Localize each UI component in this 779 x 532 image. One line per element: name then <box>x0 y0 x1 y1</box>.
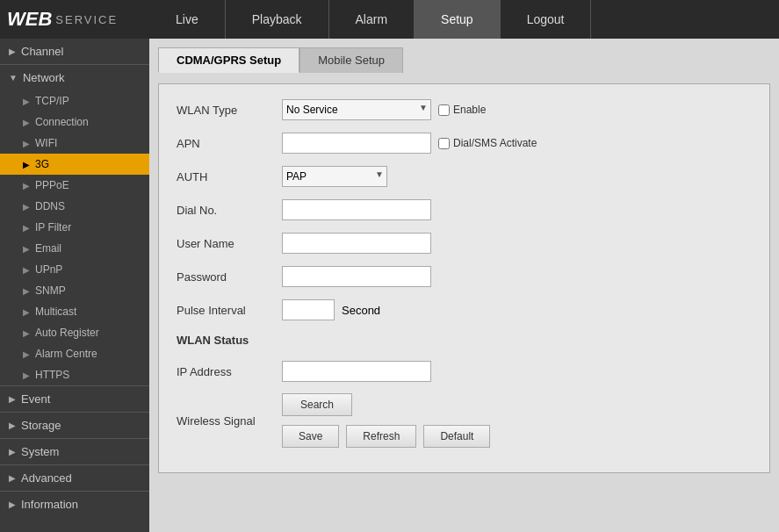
auth-select-wrapper: PAP CHAP None <box>282 166 387 187</box>
chevron-right-icon: ▶ <box>9 421 16 430</box>
arrow-icon: ▶ <box>23 244 30 254</box>
tab-live[interactable]: Live <box>149 0 226 39</box>
password-control <box>282 266 431 287</box>
dial-sms-checkbox[interactable] <box>438 138 450 149</box>
sidebar-label-event: Event <box>21 392 50 406</box>
sidebar-item-tcpip[interactable]: ▶ TCP/IP <box>0 90 149 111</box>
wlan-type-control: No Service CDMA GPRS WCDMA TD-SCDMA EVDO… <box>282 99 486 120</box>
password-label: Password <box>177 270 282 284</box>
default-button[interactable]: Default <box>423 425 490 448</box>
settings-panel: WLAN Type No Service CDMA GPRS WCDMA TD-… <box>158 83 770 473</box>
username-input[interactable] <box>282 233 431 254</box>
sidebar-item-network[interactable]: ▼ Network <box>0 65 149 90</box>
sidebar-label-wifi: WIFI <box>35 137 57 149</box>
apn-control: Dial/SMS Activate <box>282 133 537 154</box>
password-input[interactable] <box>282 266 431 287</box>
subtab-cdma-gprs[interactable]: CDMA/GPRS Setup <box>158 47 299 73</box>
form-row-apn: APN Dial/SMS Activate <box>177 132 752 155</box>
sidebar-item-pppoe[interactable]: ▶ PPPoE <box>0 175 149 196</box>
form-row-ip-address: IP Address <box>177 360 752 383</box>
sidebar-label-information: Information <box>21 498 78 511</box>
arrow-icon: ▶ <box>23 286 30 296</box>
sidebar-item-3g[interactable]: ▶ 3G <box>0 154 149 175</box>
dial-sms-label-text: Dial/SMS Activate <box>453 137 537 149</box>
enable-checkbox[interactable] <box>438 104 450 116</box>
second-label: Second <box>342 304 380 317</box>
sidebar-label-pppoe: PPPoE <box>35 179 69 191</box>
tab-alarm[interactable]: Alarm <box>329 0 415 39</box>
chevron-right-icon: ▶ <box>9 394 16 404</box>
dial-no-label: Dial No. <box>177 204 282 217</box>
dial-no-control <box>282 199 431 220</box>
auth-control: PAP CHAP None <box>282 166 387 187</box>
sidebar-item-system[interactable]: ▶ System <box>0 439 149 464</box>
sidebar-item-autoregister[interactable]: ▶ Auto Register <box>0 322 149 343</box>
arrow-icon: ▶ <box>23 370 30 380</box>
sidebar-label-advanced: Advanced <box>21 471 72 485</box>
form-row-auth: AUTH PAP CHAP None <box>177 165 752 188</box>
search-button[interactable]: Search <box>282 393 352 416</box>
tab-playback[interactable]: Playback <box>226 0 329 39</box>
ip-address-label: IP Address <box>177 365 282 378</box>
sidebar-label-email: Email <box>35 242 61 255</box>
sidebar-item-event[interactable]: ▶ Event <box>0 386 149 412</box>
subtabs-bar: CDMA/GPRS Setup Mobile Setup <box>158 47 770 73</box>
enable-checkbox-label: Enable <box>438 104 486 116</box>
arrow-icon: ▶ <box>23 202 30 212</box>
arrow-icon: ▶ <box>23 118 30 127</box>
main-layout: ▶ Channel ▼ Network ▶ TCP/IP ▶ Connectio… <box>0 39 779 532</box>
pulse-interval-input[interactable] <box>282 299 335 320</box>
sidebar-item-snmp[interactable]: ▶ SNMP <box>0 280 149 301</box>
wlan-type-label: WLAN Type <box>177 104 282 117</box>
form-row-password: Password <box>177 265 752 288</box>
chevron-down-icon: ▼ <box>9 73 18 83</box>
save-button[interactable]: Save <box>282 425 339 448</box>
sidebar-item-information[interactable]: ▶ Information <box>0 492 149 517</box>
sidebar-item-connection[interactable]: ▶ Connection <box>0 111 149 133</box>
header: WEB SERVICE Live Playback Alarm Setup Lo… <box>0 0 779 39</box>
subtab-mobile-setup[interactable]: Mobile Setup <box>299 47 403 73</box>
wireless-signal-control: Search Save Refresh Default <box>282 393 490 448</box>
logo-service-text: SERVICE <box>55 13 118 26</box>
sidebar-label-channel: Channel <box>21 45 63 58</box>
logo: WEB SERVICE <box>0 8 149 31</box>
sidebar-item-ddns[interactable]: ▶ DDNS <box>0 196 149 217</box>
sidebar-item-storage[interactable]: ▶ Storage <box>0 413 149 438</box>
tab-logout[interactable]: Logout <box>501 0 592 39</box>
sidebar-label-tcpip: TCP/IP <box>35 95 69 107</box>
ip-address-input[interactable] <box>282 361 431 382</box>
sidebar-item-channel[interactable]: ▶ Channel <box>0 39 149 64</box>
wlan-status-title: WLAN Status <box>177 334 249 347</box>
sidebar-item-alarmcentre[interactable]: ▶ Alarm Centre <box>0 343 149 364</box>
enable-label-text: Enable <box>453 104 486 116</box>
pulse-interval-label: Pulse Interval <box>177 304 282 317</box>
arrow-icon: ▶ <box>23 223 30 233</box>
sidebar-item-email[interactable]: ▶ Email <box>0 238 149 259</box>
username-control <box>282 233 431 254</box>
sidebar-item-wifi[interactable]: ▶ WIFI <box>0 133 149 154</box>
dial-no-input[interactable] <box>282 199 431 220</box>
content-area: CDMA/GPRS Setup Mobile Setup WLAN Type N… <box>149 39 779 532</box>
tab-setup[interactable]: Setup <box>415 0 501 39</box>
sidebar-label-ddns: DDNS <box>35 200 65 212</box>
auth-label: AUTH <box>177 170 282 183</box>
sidebar-label-https: HTTPS <box>35 369 69 381</box>
auth-select[interactable]: PAP CHAP None <box>282 166 387 187</box>
refresh-button[interactable]: Refresh <box>346 425 416 448</box>
pulse-interval-control: Second <box>282 299 380 320</box>
sidebar-label-autoregister: Auto Register <box>35 327 99 339</box>
logo-web-text: WEB <box>7 8 52 31</box>
apn-input[interactable] <box>282 133 431 154</box>
arrow-icon: ▶ <box>23 307 30 317</box>
sidebar-label-3g: 3G <box>35 158 49 170</box>
sidebar-item-multicast[interactable]: ▶ Multicast <box>0 301 149 322</box>
sidebar-item-advanced[interactable]: ▶ Advanced <box>0 465 149 491</box>
arrow-icon: ▶ <box>23 349 30 359</box>
sidebar-item-https[interactable]: ▶ HTTPS <box>0 364 149 385</box>
sidebar-item-ipfilter[interactable]: ▶ IP Filter <box>0 217 149 238</box>
ip-address-control <box>282 361 431 382</box>
arrow-icon: ▶ <box>23 139 30 148</box>
sidebar-item-upnp[interactable]: ▶ UPnP <box>0 259 149 280</box>
wlan-type-select[interactable]: No Service CDMA GPRS WCDMA TD-SCDMA EVDO <box>282 99 431 120</box>
sidebar-label-snmp: SNMP <box>35 284 66 297</box>
